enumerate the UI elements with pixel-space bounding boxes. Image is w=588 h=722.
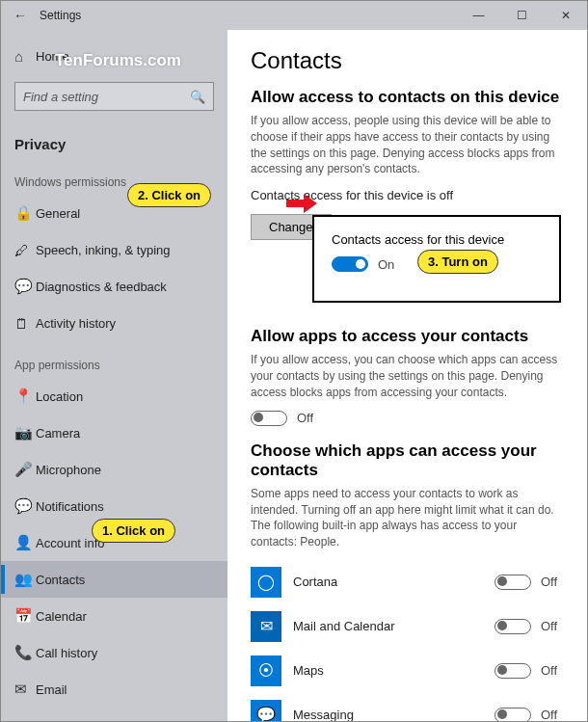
sidebar-icon: 👤 xyxy=(14,534,36,551)
sidebar-icon: 🗒 xyxy=(14,315,36,332)
sidebar-item-label: Speech, inking, & typing xyxy=(36,243,170,257)
sidebar-item-label: Activity history xyxy=(36,316,116,331)
app-row-cortana: ◯CortanaOff xyxy=(251,560,564,604)
sidebar-icon: ✓ xyxy=(14,717,36,721)
search-icon: 🔍 xyxy=(190,90,205,104)
section-body: If you allow access, you can choose whic… xyxy=(251,352,564,400)
app-name: Messaging xyxy=(293,708,494,721)
sidebar-icon: 📅 xyxy=(14,607,36,625)
sidebar-icon: ✉ xyxy=(14,681,36,698)
sidebar-item-location[interactable]: 📍Location xyxy=(1,378,227,414)
sidebar-item-diagnostics-feedback[interactable]: 💬Diagnostics & feedback xyxy=(1,268,227,305)
sidebar-icon: 🖊 xyxy=(14,242,36,258)
sidebar-item-label: Email xyxy=(36,682,67,697)
watermark: TenForums.com xyxy=(55,51,181,70)
section-heading: Allow access to contacts on this device xyxy=(251,88,564,107)
sidebar-item-speech-inking-typing[interactable]: 🖊Speech, inking, & typing xyxy=(1,231,227,268)
callout-1: 1. Click on xyxy=(92,519,175,543)
sidebar-section-privacy: Privacy xyxy=(1,119,227,158)
app-icon: ✉ xyxy=(251,611,281,642)
app-name: Mail and Calendar xyxy=(293,619,494,633)
sidebar-icon: 💬 xyxy=(14,278,36,295)
sidebar-item-label: Calendar xyxy=(36,609,87,624)
search-input[interactable]: Find a setting 🔍 xyxy=(14,82,214,111)
sidebar-item-label: Notifications xyxy=(36,499,104,514)
section-body: If you allow access, people using this d… xyxy=(251,113,564,177)
sidebar-item-label: General xyxy=(36,206,80,221)
app-icon: 💬 xyxy=(251,700,281,721)
sidebar-icon: 🔒 xyxy=(14,204,36,222)
close-button[interactable]: ✕ xyxy=(544,1,587,30)
minimize-button[interactable]: — xyxy=(457,1,500,30)
sidebar-item-call-history[interactable]: 📞Call history xyxy=(1,634,227,671)
app-icon: ◯ xyxy=(251,567,281,598)
app-toggle[interactable]: Off xyxy=(494,708,564,721)
window-title: Settings xyxy=(40,9,81,22)
sidebar-item-label: Tasks xyxy=(36,719,67,722)
maximize-button[interactable]: ☐ xyxy=(500,1,544,30)
page-title: Contacts xyxy=(251,47,564,74)
home-icon: ⌂ xyxy=(14,48,36,65)
sidebar-item-contacts[interactable]: 👥Contacts xyxy=(1,561,227,598)
svg-marker-0 xyxy=(286,194,317,213)
sidebar-item-activity-history[interactable]: 🗒Activity history xyxy=(1,305,227,341)
sidebar-item-label: Call history xyxy=(36,646,97,660)
back-button[interactable]: ← xyxy=(1,8,40,23)
sidebar-item-microphone[interactable]: 🎤Microphone xyxy=(1,451,227,488)
section-body: Some apps need to access your contacts t… xyxy=(251,486,564,550)
app-toggle[interactable]: Off xyxy=(494,575,564,590)
sidebar-icon: 📷 xyxy=(14,424,36,441)
app-row-mail-and-calendar: ✉Mail and CalendarOff xyxy=(251,604,564,649)
app-toggle[interactable]: Off xyxy=(494,619,564,634)
toggle-label: On xyxy=(378,257,394,272)
app-name: Cortana xyxy=(293,575,494,589)
callout-2: 2. Click on xyxy=(127,183,211,207)
app-name: Maps xyxy=(293,663,494,678)
sidebar-icon: 👥 xyxy=(14,571,36,588)
main-panel: Contacts Allow access to contacts on thi… xyxy=(227,30,587,721)
sidebar-item-label: Diagnostics & feedback xyxy=(36,280,167,294)
app-toggle[interactable]: Off xyxy=(494,663,564,679)
sidebar-icon: 💬 xyxy=(14,497,36,515)
app-icon: ⦿ xyxy=(251,655,281,686)
section-heading: Allow apps to access your contacts xyxy=(251,327,564,346)
callout-3: 3. Turn on xyxy=(417,250,498,274)
sidebar-item-calendar[interactable]: 📅Calendar xyxy=(1,598,227,634)
sidebar-subsection-app-perms: App permissions xyxy=(1,341,227,378)
sidebar-icon: 📍 xyxy=(14,388,36,405)
titlebar: ← Settings — ☐ ✕ xyxy=(1,1,587,30)
sidebar-item-label: Microphone xyxy=(36,463,101,477)
sidebar-item-label: Location xyxy=(36,389,83,404)
section-heading: Choose which apps can access your contac… xyxy=(251,441,564,480)
sidebar-item-label: Contacts xyxy=(36,573,85,587)
toggle-label: Off xyxy=(541,575,564,589)
allow-apps-toggle[interactable]: Off xyxy=(251,411,564,426)
sidebar: ⌂ Home Find a setting 🔍 Privacy Windows … xyxy=(1,30,227,721)
toggle-label: Off xyxy=(541,708,564,721)
app-row-maps: ⦿MapsOff xyxy=(251,649,564,693)
toggle-label: Off xyxy=(541,619,564,633)
app-row-messaging: 💬MessagingOff xyxy=(251,693,564,721)
popup-title: Contacts access for this device xyxy=(332,232,542,247)
sidebar-item-camera[interactable]: 📷Camera xyxy=(1,414,227,451)
sidebar-item-tasks[interactable]: ✓Tasks xyxy=(1,708,227,721)
sidebar-icon: 🎤 xyxy=(14,461,36,478)
toggle-label: Off xyxy=(297,411,313,425)
search-placeholder: Find a setting xyxy=(23,90,190,104)
arrow-icon xyxy=(286,194,317,213)
sidebar-icon: 📞 xyxy=(14,644,36,661)
toggle-label: Off xyxy=(541,663,564,678)
sidebar-item-label: Camera xyxy=(36,426,80,441)
sidebar-item-email[interactable]: ✉Email xyxy=(1,671,227,708)
